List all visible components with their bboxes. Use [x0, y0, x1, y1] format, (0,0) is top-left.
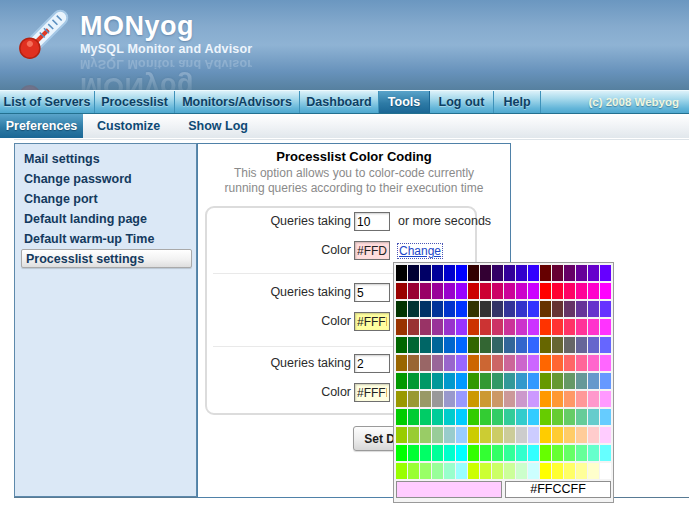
palette-swatch-663366[interactable]	[564, 301, 575, 317]
palette-swatch-330033[interactable]	[480, 265, 491, 281]
palette-swatch-3399ff[interactable]	[528, 373, 539, 389]
palette-swatch-666600[interactable]	[540, 337, 551, 353]
color-value-input-2[interactable]	[354, 312, 390, 331]
palette-swatch-33ff33[interactable]	[480, 445, 491, 461]
seconds-input-1[interactable]	[354, 212, 390, 231]
color-value-input-1[interactable]	[354, 241, 390, 260]
palette-swatch-cc66cc[interactable]	[516, 355, 527, 371]
palette-swatch-00cc33[interactable]	[408, 409, 419, 425]
palette-swatch-33cc66[interactable]	[492, 409, 503, 425]
palette-swatch-ff3300[interactable]	[540, 319, 551, 335]
palette-swatch-ff9933[interactable]	[552, 391, 563, 407]
palette-swatch-0033cc[interactable]	[444, 301, 455, 317]
palette-swatch-cc3399[interactable]	[504, 319, 515, 335]
palette-swatch-cc6666[interactable]	[492, 355, 503, 371]
palette-swatch-006600[interactable]	[396, 337, 407, 353]
palette-swatch-00cc66[interactable]	[420, 409, 431, 425]
palette-swatch-cc99cc[interactable]	[516, 391, 527, 407]
palette-swatch-663333[interactable]	[552, 301, 563, 317]
palette-swatch-990066[interactable]	[420, 283, 431, 299]
palette-swatch-00ffcc[interactable]	[444, 445, 455, 461]
palette-swatch-ffff33[interactable]	[552, 463, 563, 479]
palette-swatch-33ffcc[interactable]	[516, 445, 527, 461]
palette-swatch-000000[interactable]	[396, 265, 407, 281]
palette-swatch-0066ff[interactable]	[456, 337, 467, 353]
palette-swatch-99ccff[interactable]	[456, 427, 467, 443]
palette-swatch-0000ff[interactable]	[456, 265, 467, 281]
nav-tab-log-out[interactable]: Log out	[430, 91, 494, 113]
palette-swatch-336699[interactable]	[504, 337, 515, 353]
palette-swatch-666699[interactable]	[576, 337, 587, 353]
palette-swatch-66ffcc[interactable]	[588, 445, 599, 461]
seconds-input-3[interactable]	[354, 354, 390, 373]
palette-swatch-ff9966[interactable]	[564, 391, 575, 407]
palette-swatch-660000[interactable]	[540, 265, 551, 281]
palette-swatch-cccc66[interactable]	[492, 427, 503, 443]
palette-swatch-333300[interactable]	[468, 301, 479, 317]
palette-swatch-99ffff[interactable]	[456, 463, 467, 479]
color-value-input-3[interactable]	[354, 383, 390, 402]
palette-swatch-000033[interactable]	[408, 265, 419, 281]
palette-swatch-33ff00[interactable]	[468, 445, 479, 461]
palette-swatch-6666cc[interactable]	[588, 337, 599, 353]
palette-swatch-6633cc[interactable]	[588, 301, 599, 317]
palette-swatch-9999ff[interactable]	[456, 391, 467, 407]
palette-swatch-003333[interactable]	[408, 301, 419, 317]
palette-swatch-66cccc[interactable]	[588, 409, 599, 425]
palette-swatch-333399[interactable]	[504, 301, 515, 317]
palette-swatch-990099[interactable]	[432, 283, 443, 299]
palette-swatch-3300ff[interactable]	[528, 265, 539, 281]
palette-swatch-cc0099[interactable]	[504, 283, 515, 299]
palette-swatch-9966ff[interactable]	[456, 355, 467, 371]
palette-swatch-00ccff[interactable]	[456, 409, 467, 425]
palette-swatch-996666[interactable]	[420, 355, 431, 371]
palette-swatch-00cc99[interactable]	[432, 409, 443, 425]
selected-color-hex[interactable]: #FFCCFF	[505, 481, 611, 498]
palette-swatch-9933ff[interactable]	[456, 319, 467, 335]
palette-swatch-999933[interactable]	[408, 391, 419, 407]
palette-swatch-ff0099[interactable]	[576, 283, 587, 299]
palette-swatch-cccc99[interactable]	[504, 427, 515, 443]
palette-swatch-cc3333[interactable]	[480, 319, 491, 335]
nav-tab-list-of-servers[interactable]: List of Servers	[0, 91, 95, 113]
palette-swatch-66cc66[interactable]	[564, 409, 575, 425]
palette-swatch-ff66ff[interactable]	[600, 355, 611, 371]
palette-swatch-cc0066[interactable]	[492, 283, 503, 299]
palette-swatch-cc66ff[interactable]	[528, 355, 539, 371]
palette-swatch-cc6600[interactable]	[468, 355, 479, 371]
palette-swatch-33cc33[interactable]	[480, 409, 491, 425]
palette-swatch-999999[interactable]	[432, 391, 443, 407]
palette-swatch-cc3366[interactable]	[492, 319, 503, 335]
palette-swatch-3333cc[interactable]	[516, 301, 527, 317]
palette-swatch-339933[interactable]	[480, 373, 491, 389]
palette-swatch-00ff66[interactable]	[420, 445, 431, 461]
palette-swatch-660066[interactable]	[564, 265, 575, 281]
sidebar-item-change-password[interactable]: Change password	[15, 169, 196, 189]
palette-swatch-663300[interactable]	[540, 301, 551, 317]
sidebar-item-processlist-settings[interactable]: Processlist settings	[21, 249, 192, 268]
nav-tab-monitors-advisors[interactable]: Monitors/Advisors	[175, 91, 300, 113]
palette-swatch-cccccc[interactable]	[516, 427, 527, 443]
palette-swatch-669933[interactable]	[552, 373, 563, 389]
palette-swatch-33ff99[interactable]	[504, 445, 515, 461]
palette-swatch-99cccc[interactable]	[444, 427, 455, 443]
palette-swatch-ff3366[interactable]	[564, 319, 575, 335]
palette-swatch-33ffff[interactable]	[528, 445, 539, 461]
palette-swatch-99cc99[interactable]	[432, 427, 443, 443]
palette-swatch-ff6633[interactable]	[552, 355, 563, 371]
palette-swatch-66ff66[interactable]	[564, 445, 575, 461]
palette-swatch-9900ff[interactable]	[456, 283, 467, 299]
palette-swatch-3399cc[interactable]	[516, 373, 527, 389]
palette-swatch-006633[interactable]	[408, 337, 419, 353]
palette-swatch-0000cc[interactable]	[444, 265, 455, 281]
palette-swatch-ffffff[interactable]	[600, 463, 611, 479]
palette-swatch-ff0000[interactable]	[540, 283, 551, 299]
palette-swatch-006699[interactable]	[432, 337, 443, 353]
palette-swatch-33ccff[interactable]	[528, 409, 539, 425]
palette-swatch-333366[interactable]	[492, 301, 503, 317]
palette-swatch-ff3399[interactable]	[576, 319, 587, 335]
palette-swatch-99ff99[interactable]	[432, 463, 443, 479]
palette-swatch-999966[interactable]	[420, 391, 431, 407]
palette-swatch-cc0000[interactable]	[468, 283, 479, 299]
palette-swatch-ffcc33[interactable]	[552, 427, 563, 443]
